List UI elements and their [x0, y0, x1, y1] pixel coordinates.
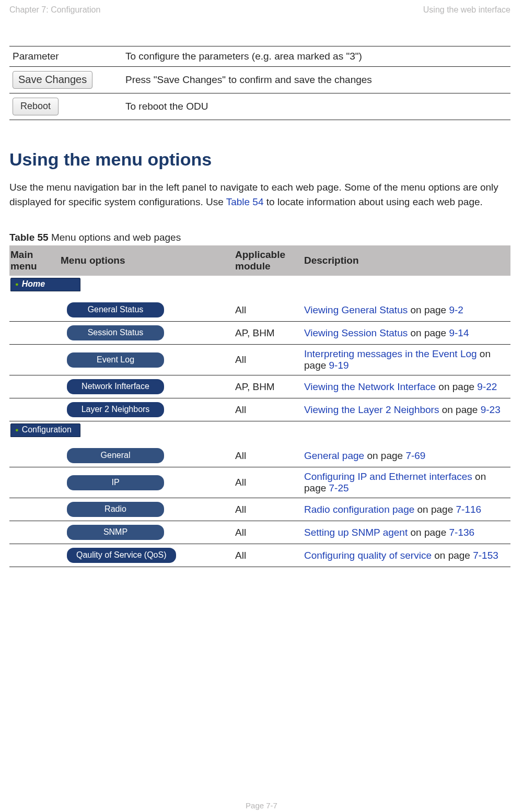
- description-link[interactable]: Viewing the Layer 2 Neighbors: [304, 404, 439, 415]
- menu-group-cell: Configuration: [9, 421, 510, 439]
- description-cell: Viewing the Network Interface on page 9-…: [300, 375, 510, 398]
- menu-option-general[interactable]: General: [67, 448, 164, 463]
- description-link[interactable]: Viewing the Network Interface: [304, 381, 436, 392]
- instruction-label-cell: Parameter: [9, 46, 121, 67]
- menu-option-cell: Session Status: [56, 322, 231, 345]
- menu-option-cell: Network Infterface: [56, 375, 231, 398]
- description-link[interactable]: Viewing Session Status: [304, 327, 408, 338]
- chapter-label: Chapter 7: Configuration: [9, 5, 100, 15]
- menu-option-cell: General: [56, 444, 231, 467]
- spacer-row: [9, 438, 510, 444]
- page-reference-link[interactable]: 7-153: [473, 550, 498, 561]
- description-mid-text: on page: [364, 450, 405, 461]
- page-reference-link[interactable]: 7-69: [405, 450, 425, 461]
- spacer-row: [9, 292, 510, 299]
- menu-group-row: Configuration: [9, 421, 510, 439]
- instruction-desc-cell: To configure the parameters (e.g. area m…: [121, 46, 510, 67]
- main-menu-cell: [9, 467, 56, 498]
- menu-option-cell: General Status: [56, 299, 231, 322]
- menu-option-event-log[interactable]: Event Log: [67, 352, 164, 368]
- table-caption: Table 55 Menu options and web pages: [9, 232, 510, 243]
- description-link[interactable]: Configuring IP and Ethernet interfaces: [304, 471, 472, 482]
- menu-item-row: Session StatusAP, BHMViewing Session Sta…: [9, 322, 510, 345]
- page-reference-link[interactable]: 7-136: [449, 527, 474, 538]
- status-dot-icon: [15, 279, 22, 288]
- main-menu-cell: [9, 398, 56, 421]
- menu-option-layer-2-neighbors[interactable]: Layer 2 Neighbors: [67, 402, 164, 417]
- menu-option-qaulity-of-service-qos-[interactable]: Qaulity of Service (QoS): [67, 548, 176, 563]
- description-cell: Viewing the Layer 2 Neighbors on page 9-…: [300, 398, 510, 421]
- menu-option-general-status[interactable]: General Status: [67, 302, 164, 317]
- header-main-menu: Main menu: [9, 245, 56, 276]
- page-reference-link[interactable]: 7-116: [456, 504, 482, 515]
- intro-paragraph: Use the menu navigation bar in the left …: [9, 180, 510, 209]
- menu-option-cell: IP: [56, 467, 231, 498]
- instruction-row: Save ChangesPress "Save Changes" to conf…: [9, 67, 510, 93]
- instruction-desc-cell: Press "Save Changes" to confirm and save…: [121, 67, 510, 93]
- applicable-module-cell: AP, BHM: [231, 322, 300, 345]
- reboot-button[interactable]: Reboot: [13, 98, 59, 115]
- table-caption-number: Table 55: [9, 232, 49, 243]
- main-menu-cell: [9, 521, 56, 544]
- header-menu-options: Menu options: [56, 245, 231, 276]
- main-menu-cell: [9, 498, 56, 521]
- menu-group-row: Home: [9, 276, 510, 292]
- page-reference-link[interactable]: 9-23: [481, 404, 501, 415]
- description-mid-text: on page: [432, 550, 473, 561]
- save-changes-button[interactable]: Save Changes: [13, 71, 92, 89]
- description-mid-text: on page: [408, 304, 449, 315]
- page-header: Chapter 7: Configuration Using the web i…: [9, 4, 510, 46]
- nav-configuration[interactable]: Configuration: [10, 423, 80, 437]
- description-link[interactable]: Configuring quality of service: [304, 550, 432, 561]
- intro-link[interactable]: Table 54: [226, 196, 264, 207]
- page-reference-link[interactable]: 9-14: [449, 327, 469, 338]
- description-cell: Configuring quality of service on page 7…: [300, 544, 510, 567]
- menu-option-snmp[interactable]: SNMP: [67, 525, 164, 540]
- main-menu-cell: [9, 299, 56, 322]
- header-description: Description: [300, 245, 510, 276]
- page-reference-link[interactable]: 7-25: [329, 483, 349, 493]
- menu-option-session-status[interactable]: Session Status: [67, 325, 164, 340]
- description-cell: Viewing General Status on page 9-2: [300, 299, 510, 322]
- applicable-module-cell: All: [231, 398, 300, 421]
- description-link[interactable]: General page: [304, 450, 364, 461]
- nav-home[interactable]: Home: [10, 278, 80, 291]
- description-link[interactable]: Setting up SNMP agent: [304, 527, 408, 538]
- instruction-label-cell: Save Changes: [9, 67, 121, 93]
- instruction-row: ParameterTo configure the parameters (e.…: [9, 46, 510, 67]
- description-link[interactable]: Radio configuration page: [304, 504, 414, 515]
- page-footer: Page 7-7: [0, 801, 523, 810]
- page-reference-link[interactable]: 9-22: [477, 381, 497, 392]
- main-menu-cell: [9, 444, 56, 467]
- status-dot-icon: [15, 425, 22, 434]
- applicable-module-cell: All: [231, 467, 300, 498]
- description-cell: Setting up SNMP agent on page 7-136: [300, 521, 510, 544]
- menu-option-network-infterface[interactable]: Network Infterface: [67, 379, 164, 394]
- applicable-module-cell: All: [231, 544, 300, 567]
- description-link[interactable]: Interpreting messages in the Event Log: [304, 348, 477, 359]
- page-reference-link[interactable]: 9-2: [449, 304, 463, 315]
- description-cell: Configuring IP and Ethernet interfaces o…: [300, 467, 510, 498]
- main-menu-cell: [9, 322, 56, 345]
- menu-item-row: Layer 2 NeighborsAllViewing the Layer 2 …: [9, 398, 510, 421]
- menu-table-header-row: Main menu Menu options Applicable module…: [9, 245, 510, 276]
- menu-item-row: IPAllConfiguring IP and Ethernet interfa…: [9, 467, 510, 498]
- applicable-module-cell: AP, BHM: [231, 375, 300, 398]
- description-link[interactable]: Viewing General Status: [304, 304, 408, 315]
- menu-option-ip[interactable]: IP: [67, 475, 164, 490]
- main-menu-cell: [9, 375, 56, 398]
- section-heading: Using the menu options: [9, 149, 510, 170]
- description-cell: General page on page 7-69: [300, 444, 510, 467]
- menu-item-row: GeneralAllGeneral page on page 7-69: [9, 444, 510, 467]
- menu-option-cell: Layer 2 Neighbors: [56, 398, 231, 421]
- menu-option-cell: Event Log: [56, 345, 231, 375]
- menu-item-row: General StatusAllViewing General Status …: [9, 299, 510, 322]
- header-applicable-module: Applicable module: [231, 245, 300, 276]
- description-cell: Radio configuration page on page 7-116: [300, 498, 510, 521]
- page-reference-link[interactable]: 9-19: [329, 360, 349, 371]
- menu-item-row: SNMPAllSetting up SNMP agent on page 7-1…: [9, 521, 510, 544]
- menu-group-cell: Home: [9, 276, 510, 292]
- applicable-module-cell: All: [231, 345, 300, 375]
- menu-options-table: Main menu Menu options Applicable module…: [9, 245, 510, 567]
- menu-option-radio[interactable]: Radio: [67, 502, 164, 517]
